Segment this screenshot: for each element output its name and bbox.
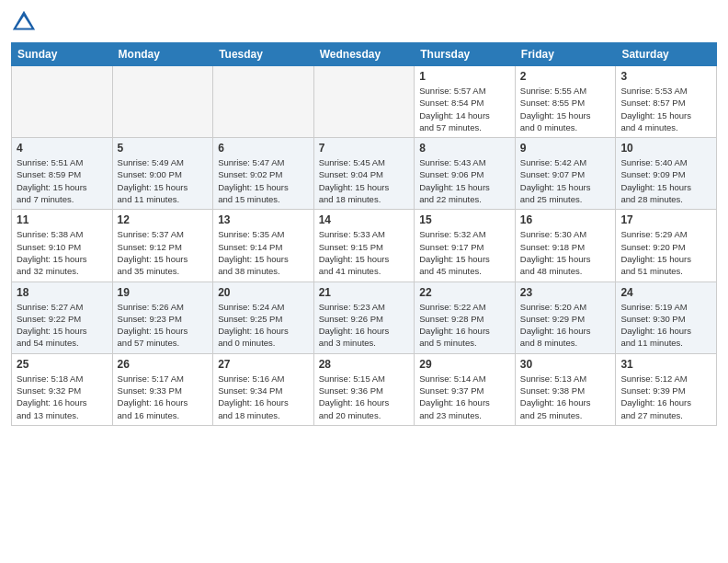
header: [11, 9, 717, 35]
day-header-tuesday: Tuesday: [213, 43, 314, 66]
day-number: 16: [520, 213, 611, 226]
day-number: 15: [419, 213, 510, 226]
day-info: Sunrise: 5:16 AM Sunset: 9:34 PM Dayligh…: [218, 373, 309, 421]
calendar-cell: 24Sunrise: 5:19 AM Sunset: 9:30 PM Dayli…: [616, 282, 717, 353]
calendar-cell: 17Sunrise: 5:29 AM Sunset: 9:20 PM Dayli…: [616, 210, 717, 282]
day-header-saturday: Saturday: [616, 43, 717, 66]
week-row-3: 11Sunrise: 5:38 AM Sunset: 9:10 PM Dayli…: [12, 210, 717, 282]
day-info: Sunrise: 5:43 AM Sunset: 9:06 PM Dayligh…: [419, 156, 510, 205]
day-number: 24: [620, 286, 711, 299]
day-header-friday: Friday: [515, 43, 616, 66]
calendar-cell: 2Sunrise: 5:55 AM Sunset: 8:55 PM Daylig…: [515, 66, 616, 138]
day-number: 28: [319, 358, 410, 371]
calendar-cell: 9Sunrise: 5:42 AM Sunset: 9:07 PM Daylig…: [515, 138, 616, 210]
calendar-cell: [112, 66, 213, 138]
day-info: Sunrise: 5:15 AM Sunset: 9:36 PM Dayligh…: [319, 373, 410, 421]
day-info: Sunrise: 5:38 AM Sunset: 9:10 PM Dayligh…: [17, 228, 108, 277]
day-number: 18: [17, 286, 108, 299]
calendar-cell: 14Sunrise: 5:33 AM Sunset: 9:15 PM Dayli…: [313, 210, 415, 282]
day-number: 30: [520, 358, 611, 371]
day-info: Sunrise: 5:55 AM Sunset: 8:55 PM Dayligh…: [520, 85, 611, 133]
calendar-cell: 1Sunrise: 5:57 AM Sunset: 8:54 PM Daylig…: [415, 66, 516, 138]
calendar-cell: 6Sunrise: 5:47 AM Sunset: 9:02 PM Daylig…: [213, 138, 314, 210]
day-number: 1: [419, 70, 510, 83]
day-number: 10: [620, 142, 711, 155]
day-number: 21: [319, 286, 410, 299]
calendar-cell: 12Sunrise: 5:37 AM Sunset: 9:12 PM Dayli…: [112, 210, 213, 282]
calendar-cell: 25Sunrise: 5:18 AM Sunset: 9:32 PM Dayli…: [12, 353, 113, 425]
day-info: Sunrise: 5:40 AM Sunset: 9:09 PM Dayligh…: [620, 156, 711, 205]
day-header-wednesday: Wednesday: [313, 43, 415, 66]
calendar-cell: 23Sunrise: 5:20 AM Sunset: 9:29 PM Dayli…: [515, 282, 616, 353]
calendar-cell: 8Sunrise: 5:43 AM Sunset: 9:06 PM Daylig…: [415, 138, 516, 210]
day-info: Sunrise: 5:47 AM Sunset: 9:02 PM Dayligh…: [218, 156, 309, 205]
day-number: 25: [17, 358, 108, 371]
day-info: Sunrise: 5:12 AM Sunset: 9:39 PM Dayligh…: [620, 373, 711, 421]
day-number: 8: [419, 142, 510, 155]
calendar-cell: 13Sunrise: 5:35 AM Sunset: 9:14 PM Dayli…: [213, 210, 314, 282]
day-info: Sunrise: 5:53 AM Sunset: 8:57 PM Dayligh…: [620, 85, 711, 133]
day-number: 9: [520, 142, 611, 155]
day-number: 7: [319, 142, 410, 155]
calendar-cell: 11Sunrise: 5:38 AM Sunset: 9:10 PM Dayli…: [12, 210, 113, 282]
day-info: Sunrise: 5:22 AM Sunset: 9:28 PM Dayligh…: [419, 301, 510, 350]
day-header-sunday: Sunday: [12, 43, 113, 66]
calendar-cell: 26Sunrise: 5:17 AM Sunset: 9:33 PM Dayli…: [112, 353, 213, 425]
day-number: 6: [218, 142, 309, 155]
day-number: 3: [620, 70, 711, 83]
calendar-cell: 7Sunrise: 5:45 AM Sunset: 9:04 PM Daylig…: [313, 138, 415, 210]
day-info: Sunrise: 5:57 AM Sunset: 8:54 PM Dayligh…: [419, 85, 510, 133]
day-number: 14: [319, 213, 410, 226]
day-info: Sunrise: 5:17 AM Sunset: 9:33 PM Dayligh…: [118, 373, 209, 421]
page: SundayMondayTuesdayWednesdayThursdayFrid…: [0, 0, 728, 563]
day-info: Sunrise: 5:49 AM Sunset: 9:00 PM Dayligh…: [118, 156, 209, 205]
day-number: 29: [419, 358, 510, 371]
day-info: Sunrise: 5:27 AM Sunset: 9:22 PM Dayligh…: [17, 301, 108, 350]
day-info: Sunrise: 5:13 AM Sunset: 9:38 PM Dayligh…: [520, 373, 611, 421]
calendar-cell: 5Sunrise: 5:49 AM Sunset: 9:00 PM Daylig…: [112, 138, 213, 210]
day-info: Sunrise: 5:14 AM Sunset: 9:37 PM Dayligh…: [419, 373, 510, 421]
day-info: Sunrise: 5:51 AM Sunset: 8:59 PM Dayligh…: [17, 156, 108, 205]
week-row-1: 1Sunrise: 5:57 AM Sunset: 8:54 PM Daylig…: [12, 66, 717, 138]
calendar-cell: 20Sunrise: 5:24 AM Sunset: 9:25 PM Dayli…: [213, 282, 314, 353]
day-number: 26: [118, 358, 209, 371]
header-row: SundayMondayTuesdayWednesdayThursdayFrid…: [12, 43, 717, 66]
week-row-2: 4Sunrise: 5:51 AM Sunset: 8:59 PM Daylig…: [12, 138, 717, 210]
day-number: 19: [118, 286, 209, 299]
calendar-cell: [12, 66, 113, 138]
day-number: 22: [419, 286, 510, 299]
day-number: 13: [218, 213, 309, 226]
day-info: Sunrise: 5:33 AM Sunset: 9:15 PM Dayligh…: [319, 228, 410, 277]
calendar-cell: [213, 66, 314, 138]
week-row-4: 18Sunrise: 5:27 AM Sunset: 9:22 PM Dayli…: [12, 282, 717, 353]
day-number: 5: [118, 142, 209, 155]
day-info: Sunrise: 5:20 AM Sunset: 9:29 PM Dayligh…: [520, 301, 611, 350]
day-header-monday: Monday: [112, 43, 213, 66]
calendar-cell: 31Sunrise: 5:12 AM Sunset: 9:39 PM Dayli…: [616, 353, 717, 425]
day-number: 2: [520, 70, 611, 83]
calendar-cell: [313, 66, 415, 138]
day-info: Sunrise: 5:19 AM Sunset: 9:30 PM Dayligh…: [620, 301, 711, 350]
calendar-cell: 21Sunrise: 5:23 AM Sunset: 9:26 PM Dayli…: [313, 282, 415, 353]
calendar-cell: 27Sunrise: 5:16 AM Sunset: 9:34 PM Dayli…: [213, 353, 314, 425]
day-info: Sunrise: 5:45 AM Sunset: 9:04 PM Dayligh…: [319, 156, 410, 205]
day-number: 31: [620, 358, 711, 371]
day-info: Sunrise: 5:29 AM Sunset: 9:20 PM Dayligh…: [620, 228, 711, 277]
calendar-cell: 29Sunrise: 5:14 AM Sunset: 9:37 PM Dayli…: [415, 353, 516, 425]
calendar-cell: 28Sunrise: 5:15 AM Sunset: 9:36 PM Dayli…: [313, 353, 415, 425]
day-header-thursday: Thursday: [415, 43, 516, 66]
day-number: 20: [218, 286, 309, 299]
calendar-cell: 16Sunrise: 5:30 AM Sunset: 9:18 PM Dayli…: [515, 210, 616, 282]
calendar-cell: 22Sunrise: 5:22 AM Sunset: 9:28 PM Dayli…: [415, 282, 516, 353]
day-number: 12: [118, 213, 209, 226]
calendar-cell: 15Sunrise: 5:32 AM Sunset: 9:17 PM Dayli…: [415, 210, 516, 282]
day-info: Sunrise: 5:35 AM Sunset: 9:14 PM Dayligh…: [218, 228, 309, 277]
calendar-cell: 10Sunrise: 5:40 AM Sunset: 9:09 PM Dayli…: [616, 138, 717, 210]
calendar-table: SundayMondayTuesdayWednesdayThursdayFrid…: [11, 42, 717, 426]
calendar-cell: 30Sunrise: 5:13 AM Sunset: 9:38 PM Dayli…: [515, 353, 616, 425]
day-number: 27: [218, 358, 309, 371]
day-number: 23: [520, 286, 611, 299]
day-info: Sunrise: 5:42 AM Sunset: 9:07 PM Dayligh…: [520, 156, 611, 205]
day-info: Sunrise: 5:23 AM Sunset: 9:26 PM Dayligh…: [319, 301, 410, 350]
day-info: Sunrise: 5:30 AM Sunset: 9:18 PM Dayligh…: [520, 228, 611, 277]
